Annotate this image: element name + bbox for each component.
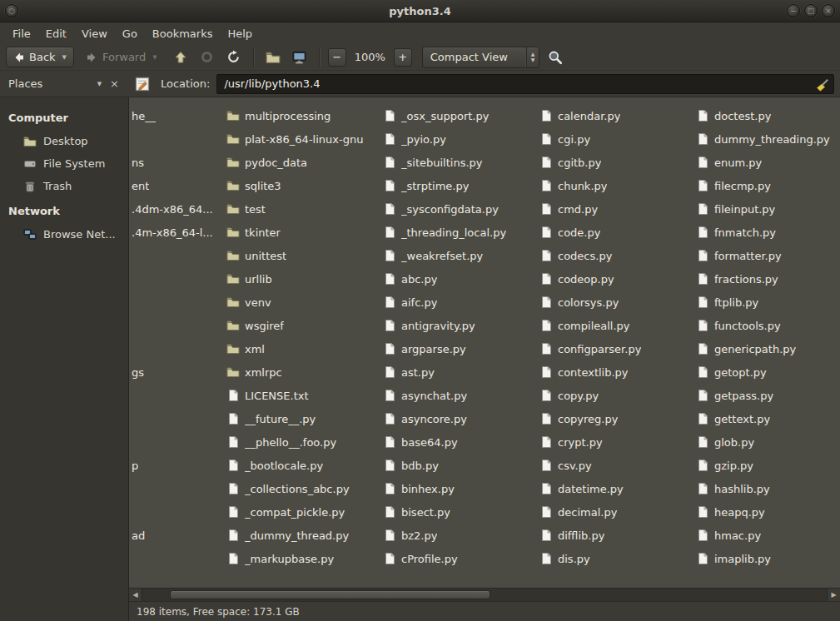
file-item[interactable]: gs: [129, 360, 224, 384]
file-item[interactable]: _pyio.py: [380, 127, 537, 151]
sidebar-item-browse-network[interactable]: Browse Net...: [0, 223, 128, 246]
file-item[interactable]: urllib: [224, 267, 380, 291]
file-item[interactable]: [129, 407, 224, 430]
edit-path-button[interactable]: [134, 76, 151, 92]
file-item[interactable]: [129, 430, 224, 454]
file-item[interactable]: copyreg.py: [537, 407, 693, 430]
file-item[interactable]: xmlrpc: [224, 360, 380, 384]
file-item[interactable]: abc.py: [380, 267, 537, 291]
file-item[interactable]: antigravity.py: [380, 314, 537, 337]
file-item[interactable]: [129, 337, 224, 360]
file-item[interactable]: gzip.py: [693, 454, 840, 477]
maximize-button[interactable]: □: [804, 4, 818, 17]
file-item[interactable]: test: [224, 197, 380, 221]
sidebar-item-desktop[interactable]: Desktop: [0, 130, 128, 152]
file-item[interactable]: cmd.py: [537, 197, 693, 221]
file-item[interactable]: ent: [129, 174, 224, 197]
stop-button[interactable]: [196, 47, 218, 68]
file-item[interactable]: asynchat.py: [380, 384, 537, 407]
file-item[interactable]: csv.py: [537, 454, 693, 477]
file-item[interactable]: _bootlocale.py: [224, 454, 380, 477]
file-item[interactable]: __future__.py: [224, 407, 380, 430]
menu-item[interactable]: Help: [220, 24, 260, 43]
file-item[interactable]: sqlite3: [224, 174, 380, 197]
file-item[interactable]: argparse.py: [380, 337, 537, 360]
desktop-button[interactable]: [289, 47, 311, 68]
file-item[interactable]: decimal.py: [537, 500, 693, 524]
sidebar-item-file-system[interactable]: File System: [0, 152, 128, 175]
scroll-left-arrow-icon[interactable]: ◀: [129, 589, 142, 601]
file-item[interactable]: wsgiref: [224, 314, 380, 337]
file-item[interactable]: datetime.py: [537, 477, 693, 500]
file-item[interactable]: codecs.py: [537, 244, 693, 267]
file-item[interactable]: [129, 244, 224, 267]
file-item[interactable]: getpass.py: [693, 384, 840, 407]
view-mode-combo[interactable]: Compact View ▲▼: [422, 47, 539, 68]
file-item[interactable]: doctest.py: [693, 104, 840, 127]
file-item[interactable]: cProfile.py: [380, 547, 537, 570]
file-item[interactable]: LICENSE.txt: [224, 384, 380, 407]
home-button[interactable]: [262, 47, 284, 68]
file-item[interactable]: _sysconfigdata.py: [380, 197, 537, 221]
file-item[interactable]: colorsys.py: [537, 291, 693, 314]
file-item[interactable]: dis.py: [537, 547, 693, 570]
file-item[interactable]: asyncore.py: [380, 407, 537, 430]
file-item[interactable]: cgi.py: [537, 127, 693, 151]
file-item[interactable]: .4m-x86_64-l...: [129, 221, 224, 244]
file-item[interactable]: contextlib.py: [537, 360, 693, 384]
close-button[interactable]: ×: [822, 4, 835, 17]
file-item[interactable]: glob.py: [693, 430, 840, 454]
zoom-in-button[interactable]: +: [394, 48, 412, 67]
places-dropdown-caret[interactable]: ▼: [92, 81, 107, 87]
sidebar-item-trash[interactable]: Trash: [0, 175, 128, 197]
file-item[interactable]: [129, 127, 224, 151]
file-item[interactable]: _dummy_thread.py: [224, 524, 380, 547]
file-item[interactable]: __phello__.foo.py: [224, 430, 380, 454]
file-item[interactable]: fileinput.py: [693, 197, 840, 221]
file-item[interactable]: _sitebuiltins.py: [380, 151, 537, 174]
file-item[interactable]: [129, 477, 224, 500]
file-item[interactable]: crypt.py: [537, 430, 693, 454]
file-item[interactable]: chunk.py: [537, 174, 693, 197]
search-button[interactable]: [544, 47, 566, 68]
file-item[interactable]: xml: [224, 337, 380, 360]
file-item[interactable]: calendar.py: [537, 104, 693, 127]
file-item[interactable]: configparser.py: [537, 337, 693, 360]
scrollbar-thumb[interactable]: [170, 590, 490, 599]
file-item[interactable]: bdb.py: [380, 454, 537, 477]
file-item[interactable]: _strptime.py: [380, 174, 537, 197]
file-item[interactable]: aifc.py: [380, 291, 537, 314]
file-item[interactable]: [129, 314, 224, 337]
file-item[interactable]: hmac.py: [693, 524, 840, 547]
file-item[interactable]: formatter.py: [693, 244, 840, 267]
clear-path-button[interactable]: [815, 77, 830, 95]
file-item[interactable]: hashlib.py: [693, 477, 840, 500]
file-item[interactable]: fractions.py: [693, 267, 840, 291]
back-button[interactable]: Back ▼: [6, 47, 74, 67]
up-button[interactable]: [170, 47, 191, 68]
file-item[interactable]: fnmatch.py: [693, 221, 840, 244]
file-item[interactable]: genericpath.py: [693, 337, 840, 360]
menu-item[interactable]: View: [74, 24, 115, 43]
file-item[interactable]: [129, 291, 224, 314]
file-item[interactable]: ns: [129, 151, 224, 174]
file-item[interactable]: filecmp.py: [693, 174, 840, 197]
file-item[interactable]: _collections_abc.py: [224, 477, 380, 500]
file-item[interactable]: [129, 547, 224, 570]
file-item[interactable]: base64.py: [380, 430, 537, 454]
file-item[interactable]: ftplib.py: [693, 291, 840, 314]
file-item[interactable]: .4dm-x86_64...: [129, 197, 224, 221]
file-item[interactable]: functools.py: [693, 314, 840, 337]
file-item[interactable]: unittest: [224, 244, 380, 267]
file-item[interactable]: tkinter: [224, 221, 380, 244]
file-item[interactable]: copy.py: [537, 384, 693, 407]
file-item[interactable]: code.py: [537, 221, 693, 244]
file-item[interactable]: [129, 267, 224, 291]
file-item[interactable]: heapq.py: [693, 500, 840, 524]
places-label[interactable]: Places: [8, 77, 42, 90]
file-item[interactable]: bisect.py: [380, 500, 537, 524]
file-item[interactable]: dummy_threading.py: [693, 127, 840, 151]
file-item[interactable]: ad: [129, 524, 224, 547]
file-item[interactable]: plat-x86_64-linux-gnu: [224, 127, 380, 151]
menu-item[interactable]: File: [5, 24, 38, 43]
